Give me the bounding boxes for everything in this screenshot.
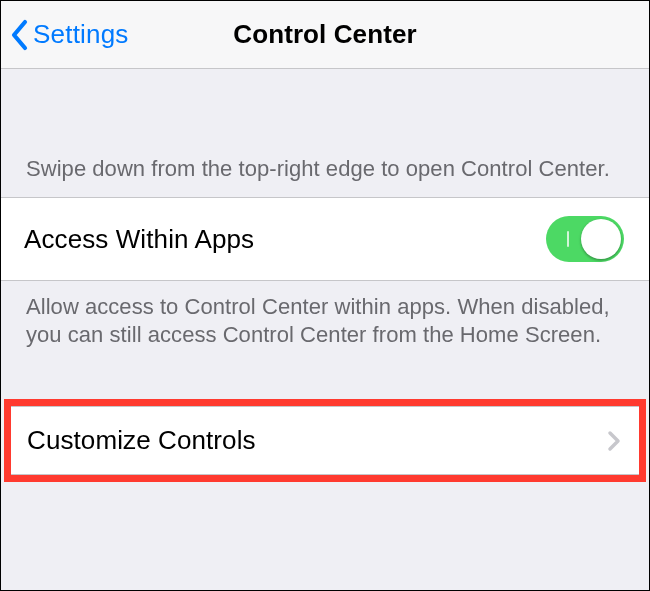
section-footer: Allow access to Control Center within ap… <box>1 281 649 367</box>
toggle-indicator <box>567 231 569 247</box>
section-gap <box>1 367 649 399</box>
chevron-right-icon <box>607 430 621 452</box>
page-title: Control Center <box>233 19 416 50</box>
row-label: Access Within Apps <box>24 224 254 255</box>
back-button[interactable]: Settings <box>9 18 129 52</box>
access-within-apps-toggle[interactable] <box>546 216 624 262</box>
row-label: Customize Controls <box>27 425 256 456</box>
highlight-box: Customize Controls <box>4 399 646 482</box>
back-button-label: Settings <box>33 19 129 50</box>
toggle-knob <box>581 219 621 259</box>
section-header: Swipe down from the top-right edge to op… <box>1 69 649 197</box>
navigation-bar: Settings Control Center <box>1 1 649 69</box>
access-within-apps-row: Access Within Apps <box>1 197 649 281</box>
customize-controls-row[interactable]: Customize Controls <box>11 406 639 475</box>
chevron-left-icon <box>9 18 31 52</box>
